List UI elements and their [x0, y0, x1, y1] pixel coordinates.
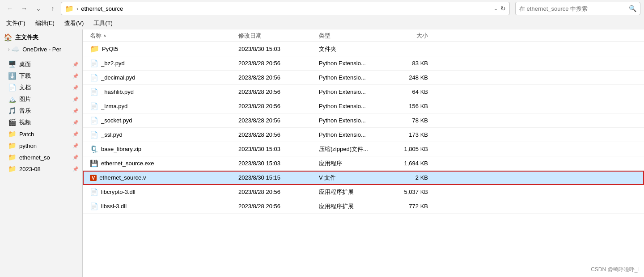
- file-type-cell: Python Extensio...: [319, 60, 390, 67]
- up-button[interactable]: ↑: [47, 2, 59, 15]
- file-date-cell: 2023/8/28 20:56: [238, 117, 319, 124]
- zip-file-icon: 🗜️: [90, 145, 98, 153]
- documents-icon: 📄: [8, 84, 17, 92]
- file-label: ethernet_source.v: [99, 174, 146, 181]
- file-size-cell: 78 KB: [390, 117, 435, 124]
- file-size-cell: 772 KB: [390, 203, 435, 210]
- file-size-cell: 83 KB: [390, 60, 435, 67]
- desktop-icon: 🖥️: [8, 60, 17, 68]
- v-file-icon: V: [90, 175, 97, 181]
- file-type-cell: Python Extensio...: [319, 74, 390, 81]
- search-icon[interactable]: 🔍: [629, 5, 636, 12]
- pyd-file-icon: 📄: [90, 88, 98, 96]
- onedrive-icon: ☁️: [11, 45, 20, 53]
- pyd-file-icon: 📄: [90, 74, 98, 82]
- sidebar-item-desktop[interactable]: 🖥️ 桌面 📌: [0, 59, 82, 70]
- sidebar-item-videos[interactable]: 🎬 视频 📌: [0, 117, 82, 128]
- file-name-cell: 💾 ethernet_source.exe: [86, 159, 238, 168]
- table-row[interactable]: V ethernet_source.v 2023/8/30 15:15 V 文件…: [83, 171, 644, 185]
- menu-view[interactable]: 查看(V): [60, 18, 88, 28]
- music-icon: 🎵: [8, 107, 17, 115]
- 2023-08-folder-icon: 📁: [8, 165, 17, 173]
- file-size-cell: 64 KB: [390, 88, 435, 95]
- column-date-header[interactable]: 修改日期: [238, 32, 319, 40]
- file-type-cell: Python Extensio...: [319, 131, 390, 138]
- table-row[interactable]: 📄 _ssl.pyd 2023/8/28 20:56 Python Extens…: [83, 128, 644, 142]
- sidebar-item-2023-08[interactable]: 📁 2023-08 📌: [0, 163, 82, 175]
- file-date-cell: 2023/8/28 20:56: [238, 203, 319, 210]
- file-label: PyQt5: [102, 46, 118, 52]
- python-folder-icon: 📁: [8, 142, 17, 150]
- downloads-icon: ⬇️: [8, 72, 17, 80]
- file-size-cell: 156 KB: [390, 103, 435, 109]
- menu-edit[interactable]: 编辑(E): [31, 18, 59, 28]
- sidebar-onedrive[interactable]: › ☁️ OneDrive - Per: [0, 43, 82, 55]
- sidebar-item-ethernet-so[interactable]: 📁 ethernet_so 📌: [0, 151, 82, 163]
- table-row[interactable]: 🗜️ base_library.zip 2023/8/30 15:03 压缩(z…: [83, 142, 644, 156]
- table-row[interactable]: 📄 _lzma.pyd 2023/8/28 20:56 Python Exten…: [83, 99, 644, 113]
- back-button[interactable]: ←: [4, 2, 16, 15]
- patch-folder-icon: 📁: [8, 130, 17, 138]
- onedrive-expand-icon: ›: [8, 47, 9, 52]
- file-date-cell: 2023/8/30 15:15: [238, 174, 319, 181]
- address-bar[interactable]: 📁 › ethernet_source ⌄ ↻: [61, 2, 510, 15]
- table-row[interactable]: 💾 ethernet_source.exe 2023/8/30 15:03 应用…: [83, 156, 644, 171]
- file-name-cell: 📄 _decimal.pyd: [86, 74, 238, 82]
- column-type-header[interactable]: 类型: [319, 32, 390, 40]
- folder-file-icon: 📁: [90, 44, 99, 54]
- search-bar[interactable]: 🔍: [515, 2, 640, 15]
- table-row[interactable]: 📁 PyQt5 2023/8/30 15:03 文件夹: [83, 42, 644, 56]
- sidebar-item-documents-label: 文档: [19, 84, 71, 92]
- file-size-cell: 173 KB: [390, 131, 435, 138]
- file-name-cell: 📄 _lzma.pyd: [86, 102, 238, 110]
- pin-icon-patch: 📌: [72, 131, 79, 137]
- table-row[interactable]: 📄 _decimal.pyd 2023/8/28 20:56 Python Ex…: [83, 71, 644, 85]
- file-name-cell: 📁 PyQt5: [86, 44, 238, 54]
- table-row[interactable]: 📄 libssl-3.dll 2023/8/28 20:56 应用程序扩展 77…: [83, 199, 644, 214]
- sidebar-item-python-label: python: [19, 143, 71, 149]
- address-text: ethernet_source: [81, 5, 491, 12]
- file-date-cell: 2023/8/28 20:56: [238, 74, 319, 81]
- table-row[interactable]: 📄 _socket.pyd 2023/8/28 20:56 Python Ext…: [83, 113, 644, 128]
- forward-button[interactable]: →: [18, 2, 30, 15]
- sidebar-item-downloads-label: 下载: [19, 72, 71, 80]
- main-container: 🏠 主文件夹 › ☁️ OneDrive - Per 🖥️ 桌面 📌 ⬇️ 下载…: [0, 29, 644, 277]
- sidebar-home[interactable]: 🏠 主文件夹: [0, 31, 82, 43]
- pin-icon-downloads: 📌: [72, 73, 79, 79]
- table-row[interactable]: 📄 _bz2.pyd 2023/8/28 20:56 Python Extens…: [83, 56, 644, 71]
- sidebar-item-pictures[interactable]: 🏔️ 图片 📌: [0, 93, 82, 105]
- sidebar-item-python[interactable]: 📁 python 📌: [0, 140, 82, 151]
- file-type-cell: V 文件: [319, 174, 390, 182]
- dll-file-icon: 📄: [90, 202, 98, 210]
- pin-icon-videos: 📌: [72, 120, 79, 126]
- pin-icon-documents: 📌: [72, 85, 79, 91]
- menu-bar: 文件(F) 编辑(E) 查看(V) 工具(T): [0, 17, 644, 29]
- column-name-header[interactable]: 名称 ∧: [86, 32, 238, 40]
- sidebar-item-music[interactable]: 🎵 音乐 📌: [0, 105, 82, 117]
- sidebar-item-downloads[interactable]: ⬇️ 下载 📌: [0, 70, 82, 82]
- file-date-cell: 2023/8/30 15:03: [238, 46, 319, 52]
- column-size-header[interactable]: 大小: [390, 32, 435, 40]
- watermark: CSDN @鸣呼啦呼_l: [591, 266, 639, 273]
- file-list: 名称 ∧ 修改日期 类型 大小 📁 PyQt5 2023/8/30 15:03 …: [83, 29, 644, 277]
- menu-tools[interactable]: 工具(T): [89, 18, 117, 28]
- menu-file[interactable]: 文件(F): [2, 18, 30, 28]
- sidebar-home-label: 主文件夹: [15, 34, 38, 42]
- title-bar: ← → ⌄ ↑ 📁 › ethernet_source ⌄ ↻ 🔍: [0, 0, 644, 17]
- search-input[interactable]: [519, 5, 627, 12]
- file-size-cell: 1,805 KB: [390, 146, 435, 152]
- col-name-label: 名称: [90, 32, 102, 40]
- refresh-icon[interactable]: ↻: [500, 5, 506, 12]
- sidebar-item-documents[interactable]: 📄 文档 📌: [0, 82, 82, 93]
- pyd-file-icon: 📄: [90, 131, 98, 139]
- recent-button[interactable]: ⌄: [32, 2, 45, 15]
- table-row[interactable]: 📄 libcrypto-3.dll 2023/8/28 20:56 应用程序扩展…: [83, 185, 644, 199]
- file-list-header: 名称 ∧ 修改日期 类型 大小: [83, 29, 644, 42]
- file-date-cell: 2023/8/28 20:56: [238, 103, 319, 109]
- file-date-cell: 2023/8/28 20:56: [238, 131, 319, 138]
- sidebar-item-desktop-label: 桌面: [19, 60, 71, 68]
- sidebar-item-patch[interactable]: 📁 Patch 📌: [0, 128, 82, 140]
- address-dropdown-icon[interactable]: ⌄: [494, 6, 498, 12]
- file-type-cell: 应用程序: [319, 159, 390, 168]
- table-row[interactable]: 📄 _hashlib.pyd 2023/8/28 20:56 Python Ex…: [83, 85, 644, 99]
